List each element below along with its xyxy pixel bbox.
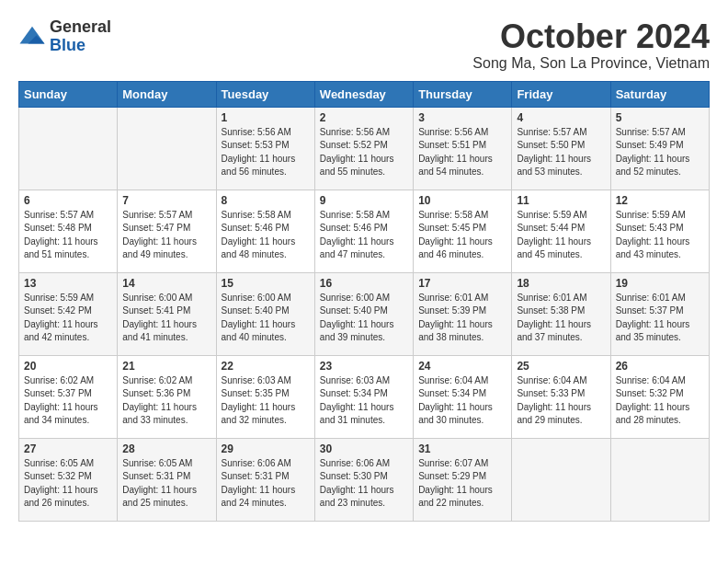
calendar-week-row: 6Sunrise: 5:57 AMSunset: 5:48 PMDaylight… <box>19 190 710 272</box>
header-thursday: Thursday <box>414 81 512 107</box>
calendar-cell: 1Sunrise: 5:56 AMSunset: 5:53 PMDaylight… <box>216 107 314 190</box>
cell-content: Sunrise: 6:00 AMSunset: 5:40 PMDaylight:… <box>222 292 310 345</box>
cell-content: Sunrise: 5:58 AMSunset: 5:46 PMDaylight:… <box>320 209 408 262</box>
cell-content: Sunrise: 6:03 AMSunset: 5:34 PMDaylight:… <box>320 374 408 428</box>
day-number: 10 <box>418 194 506 207</box>
cell-content: Sunrise: 5:56 AMSunset: 5:52 PMDaylight:… <box>320 126 408 179</box>
calendar-cell <box>19 107 118 190</box>
cell-content: Sunrise: 5:56 AMSunset: 5:51 PMDaylight:… <box>418 126 506 179</box>
cell-content: Sunrise: 6:00 AMSunset: 5:40 PMDaylight:… <box>320 292 408 345</box>
day-number: 29 <box>222 442 310 455</box>
calendar-cell: 15Sunrise: 6:00 AMSunset: 5:40 PMDayligh… <box>216 272 314 355</box>
page-subtitle: Song Ma, Son La Province, Vietnam <box>472 55 710 72</box>
day-number: 17 <box>418 277 506 290</box>
logo-icon <box>18 23 46 51</box>
cell-content: Sunrise: 5:58 AMSunset: 5:45 PMDaylight:… <box>418 209 506 262</box>
cell-content: Sunrise: 5:58 AMSunset: 5:46 PMDaylight:… <box>222 209 310 262</box>
calendar-week-row: 1Sunrise: 5:56 AMSunset: 5:53 PMDaylight… <box>19 107 710 190</box>
calendar-cell <box>610 438 709 521</box>
cell-content: Sunrise: 6:01 AMSunset: 5:39 PMDaylight:… <box>418 292 506 345</box>
day-number: 25 <box>517 360 605 373</box>
calendar-header-row: SundayMondayTuesdayWednesdayThursdayFrid… <box>19 81 710 107</box>
calendar-cell: 20Sunrise: 6:02 AMSunset: 5:37 PMDayligh… <box>19 355 118 438</box>
day-number: 1 <box>222 111 310 124</box>
calendar-cell: 6Sunrise: 5:57 AMSunset: 5:48 PMDaylight… <box>19 190 118 272</box>
cell-content: Sunrise: 6:06 AMSunset: 5:31 PMDaylight:… <box>222 457 310 511</box>
logo-blue-text: Blue <box>50 36 85 54</box>
day-number: 7 <box>122 194 210 207</box>
cell-content: Sunrise: 5:57 AMSunset: 5:47 PMDaylight:… <box>122 209 210 262</box>
day-number: 6 <box>24 194 112 207</box>
cell-content: Sunrise: 6:02 AMSunset: 5:36 PMDaylight:… <box>122 374 210 428</box>
day-number: 30 <box>320 442 408 455</box>
cell-content: Sunrise: 6:00 AMSunset: 5:41 PMDaylight:… <box>122 292 210 345</box>
calendar-cell: 13Sunrise: 5:59 AMSunset: 5:42 PMDayligh… <box>19 272 118 355</box>
day-number: 23 <box>320 360 408 373</box>
cell-content: Sunrise: 5:56 AMSunset: 5:53 PMDaylight:… <box>222 126 310 179</box>
cell-content: Sunrise: 6:06 AMSunset: 5:30 PMDaylight:… <box>320 457 408 511</box>
cell-content: Sunrise: 6:04 AMSunset: 5:33 PMDaylight:… <box>517 374 605 428</box>
calendar-cell: 12Sunrise: 5:59 AMSunset: 5:43 PMDayligh… <box>610 190 709 272</box>
cell-content: Sunrise: 5:57 AMSunset: 5:48 PMDaylight:… <box>24 209 112 262</box>
logo-general-text: General <box>50 17 111 36</box>
day-number: 8 <box>222 194 310 207</box>
cell-content: Sunrise: 6:05 AMSunset: 5:32 PMDaylight:… <box>24 457 112 511</box>
calendar-cell: 22Sunrise: 6:03 AMSunset: 5:35 PMDayligh… <box>216 355 314 438</box>
day-number: 20 <box>24 360 112 373</box>
day-number: 9 <box>320 194 408 207</box>
header-friday: Friday <box>512 81 610 107</box>
calendar-cell: 2Sunrise: 5:56 AMSunset: 5:52 PMDaylight… <box>314 107 413 190</box>
day-number: 2 <box>320 111 408 124</box>
day-number: 27 <box>24 442 112 455</box>
day-number: 12 <box>616 194 704 207</box>
header-monday: Monday <box>118 81 216 107</box>
calendar-cell: 7Sunrise: 5:57 AMSunset: 5:47 PMDaylight… <box>118 190 216 272</box>
calendar-cell: 9Sunrise: 5:58 AMSunset: 5:46 PMDaylight… <box>314 190 413 272</box>
day-number: 11 <box>517 194 605 207</box>
day-number: 24 <box>418 360 506 373</box>
calendar-week-row: 27Sunrise: 6:05 AMSunset: 5:32 PMDayligh… <box>19 438 710 521</box>
day-number: 4 <box>517 111 605 124</box>
day-number: 3 <box>418 111 506 124</box>
cell-content: Sunrise: 5:59 AMSunset: 5:44 PMDaylight:… <box>517 209 605 262</box>
calendar-cell: 31Sunrise: 6:07 AMSunset: 5:29 PMDayligh… <box>414 438 512 521</box>
calendar-cell: 10Sunrise: 5:58 AMSunset: 5:45 PMDayligh… <box>414 190 512 272</box>
cell-content: Sunrise: 6:03 AMSunset: 5:35 PMDaylight:… <box>222 374 310 428</box>
logo: General Blue <box>18 18 111 55</box>
calendar-cell: 19Sunrise: 6:01 AMSunset: 5:37 PMDayligh… <box>610 272 709 355</box>
day-number: 16 <box>320 277 408 290</box>
header-saturday: Saturday <box>610 81 709 107</box>
day-number: 18 <box>517 277 605 290</box>
day-number: 21 <box>122 360 210 373</box>
cell-content: Sunrise: 6:04 AMSunset: 5:32 PMDaylight:… <box>616 374 704 428</box>
calendar-cell: 8Sunrise: 5:58 AMSunset: 5:46 PMDaylight… <box>216 190 314 272</box>
calendar-cell: 23Sunrise: 6:03 AMSunset: 5:34 PMDayligh… <box>314 355 413 438</box>
day-number: 15 <box>222 277 310 290</box>
calendar-cell: 25Sunrise: 6:04 AMSunset: 5:33 PMDayligh… <box>512 355 610 438</box>
calendar-cell: 4Sunrise: 5:57 AMSunset: 5:50 PMDaylight… <box>512 107 610 190</box>
day-number: 5 <box>616 111 704 124</box>
cell-content: Sunrise: 6:01 AMSunset: 5:38 PMDaylight:… <box>517 292 605 345</box>
day-number: 22 <box>222 360 310 373</box>
calendar-cell: 29Sunrise: 6:06 AMSunset: 5:31 PMDayligh… <box>216 438 314 521</box>
calendar-cell: 28Sunrise: 6:05 AMSunset: 5:31 PMDayligh… <box>118 438 216 521</box>
calendar-cell: 3Sunrise: 5:56 AMSunset: 5:51 PMDaylight… <box>414 107 512 190</box>
header-wednesday: Wednesday <box>314 81 413 107</box>
page-header: General Blue October 2024 Song Ma, Son L… <box>18 18 710 72</box>
cell-content: Sunrise: 6:05 AMSunset: 5:31 PMDaylight:… <box>122 457 210 511</box>
cell-content: Sunrise: 6:02 AMSunset: 5:37 PMDaylight:… <box>24 374 112 428</box>
day-number: 19 <box>616 277 704 290</box>
calendar-week-row: 13Sunrise: 5:59 AMSunset: 5:42 PMDayligh… <box>19 272 710 355</box>
cell-content: Sunrise: 6:07 AMSunset: 5:29 PMDaylight:… <box>418 457 506 511</box>
cell-content: Sunrise: 5:59 AMSunset: 5:43 PMDaylight:… <box>616 209 704 262</box>
cell-content: Sunrise: 6:04 AMSunset: 5:34 PMDaylight:… <box>418 374 506 428</box>
calendar-cell: 5Sunrise: 5:57 AMSunset: 5:49 PMDaylight… <box>610 107 709 190</box>
cell-content: Sunrise: 5:57 AMSunset: 5:50 PMDaylight:… <box>517 126 605 179</box>
calendar-cell: 16Sunrise: 6:00 AMSunset: 5:40 PMDayligh… <box>314 272 413 355</box>
calendar-cell: 17Sunrise: 6:01 AMSunset: 5:39 PMDayligh… <box>414 272 512 355</box>
calendar-cell <box>118 107 216 190</box>
calendar-cell: 18Sunrise: 6:01 AMSunset: 5:38 PMDayligh… <box>512 272 610 355</box>
calendar-cell: 27Sunrise: 6:05 AMSunset: 5:32 PMDayligh… <box>19 438 118 521</box>
calendar-cell: 26Sunrise: 6:04 AMSunset: 5:32 PMDayligh… <box>610 355 709 438</box>
title-block: October 2024 Song Ma, Son La Province, V… <box>472 18 710 72</box>
